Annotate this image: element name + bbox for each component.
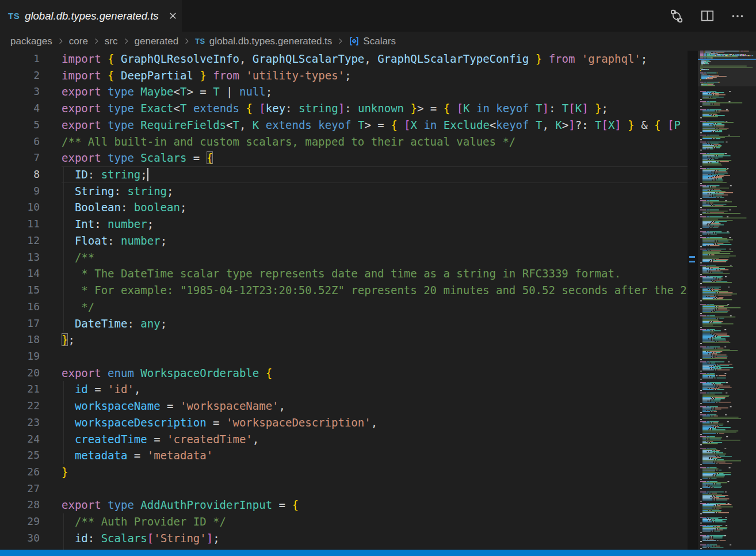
- line-number[interactable]: 10: [0, 199, 40, 216]
- code-line[interactable]: 1import { GraphQLResolveInfo, GraphQLSca…: [0, 51, 688, 67]
- code-line[interactable]: 30 id: Scalars['String'];: [0, 530, 688, 547]
- code-line[interactable]: 3export type Maybe<T> = T | null;: [0, 83, 688, 100]
- open-changes-icon[interactable]: [669, 9, 684, 24]
- line-number[interactable]: 15: [0, 282, 40, 299]
- line-number[interactable]: 28: [0, 497, 40, 513]
- code-line[interactable]: 8 ID: string;: [0, 166, 688, 183]
- code-line[interactable]: 16 */: [0, 299, 688, 315]
- code-line-content[interactable]: import { GraphQLResolveInfo, GraphQLScal…: [62, 51, 688, 67]
- line-number[interactable]: 11: [0, 216, 40, 233]
- code-editor[interactable]: 1import { GraphQLResolveInfo, GraphQLSca…: [0, 51, 688, 556]
- code-line-content[interactable]: String: string;: [62, 183, 688, 200]
- line-number[interactable]: 21: [0, 381, 40, 398]
- code-line-content[interactable]: export type Scalars = {: [62, 150, 688, 166]
- code-line-content[interactable]: }: [62, 464, 688, 481]
- line-number[interactable]: 2: [0, 67, 40, 84]
- code-line-content[interactable]: export type Maybe<T> = T | null;: [62, 83, 688, 100]
- code-line[interactable]: 12 Float: number;: [0, 233, 688, 249]
- line-number[interactable]: 14: [0, 265, 40, 282]
- code-line[interactable]: 9 String: string;: [0, 183, 688, 200]
- line-number[interactable]: 5: [0, 117, 40, 134]
- code-line-content[interactable]: Int: number;: [62, 216, 688, 233]
- code-line[interactable]: 11 Int: number;: [0, 216, 688, 233]
- code-line[interactable]: 25 metadata = 'metadata': [0, 447, 688, 464]
- code-line-content[interactable]: export type AddAuthProviderInput = {: [62, 497, 688, 513]
- code-line-content[interactable]: * The DateTime scalar type represents da…: [62, 265, 688, 282]
- code-line[interactable]: 29 /** Auth Provider ID */: [0, 513, 688, 530]
- line-number[interactable]: 24: [0, 431, 40, 448]
- code-line-content[interactable]: export type Exact<T extends { [key: stri…: [62, 100, 688, 117]
- code-line-content[interactable]: [62, 348, 688, 365]
- line-number[interactable]: 30: [0, 530, 40, 547]
- line-number[interactable]: 17: [0, 315, 40, 332]
- code-line[interactable]: 7export type Scalars = {: [0, 150, 688, 166]
- code-line[interactable]: 19: [0, 348, 688, 365]
- code-line[interactable]: 13 /**: [0, 249, 688, 266]
- code-line-content[interactable]: id: Scalars['String'];: [62, 530, 688, 547]
- code-line-content[interactable]: export enum WorkspaceOrderable {: [62, 365, 688, 382]
- line-number[interactable]: 8: [0, 166, 40, 183]
- line-number[interactable]: 4: [0, 100, 40, 117]
- code-line-content[interactable]: * For example: "1985-04-12T23:20:50.52Z"…: [62, 282, 688, 299]
- code-line-content[interactable]: [62, 481, 688, 497]
- breadcrumb-item-filename[interactable]: global.db.types.generated.ts: [209, 36, 333, 47]
- code-line[interactable]: 21 id = 'id',: [0, 381, 688, 398]
- code-line[interactable]: 27: [0, 481, 688, 497]
- breadcrumb-item-symbol-scalars[interactable]: Scalars: [363, 36, 396, 47]
- code-line-content[interactable]: DateTime: any;: [62, 315, 688, 332]
- tab-global-db-types[interactable]: TS global.db.types.generated.ts: [0, 0, 182, 32]
- code-line-content[interactable]: import { DeepPartial } from 'utility-typ…: [62, 67, 688, 84]
- code-line[interactable]: 22 workspaceName = 'workspaceName',: [0, 398, 688, 414]
- minimap-canvas[interactable]: [698, 51, 756, 550]
- code-line[interactable]: 20export enum WorkspaceOrderable {: [0, 365, 688, 382]
- code-line[interactable]: 18};: [0, 332, 688, 348]
- close-icon[interactable]: [168, 11, 178, 21]
- line-number[interactable]: 22: [0, 398, 40, 414]
- editor-scrollbar[interactable]: [688, 51, 698, 550]
- code-line[interactable]: 2import { DeepPartial } from 'utility-ty…: [0, 67, 688, 84]
- status-bar[interactable]: [0, 550, 756, 556]
- line-number[interactable]: 20: [0, 365, 40, 382]
- line-number[interactable]: 25: [0, 447, 40, 464]
- line-number[interactable]: 1: [0, 51, 40, 67]
- code-line-content[interactable]: };: [62, 332, 688, 348]
- line-number[interactable]: 9: [0, 183, 40, 200]
- line-number[interactable]: 3: [0, 83, 40, 100]
- breadcrumb-item-core[interactable]: core: [69, 36, 88, 47]
- code-line-content[interactable]: /** Auth Provider ID */: [62, 513, 688, 530]
- breadcrumb-item-packages[interactable]: packages: [10, 36, 52, 47]
- line-number[interactable]: 29: [0, 513, 40, 530]
- line-number[interactable]: 16: [0, 299, 40, 315]
- line-number[interactable]: 13: [0, 249, 40, 266]
- code-line[interactable]: 28export type AddAuthProviderInput = {: [0, 497, 688, 513]
- code-line-content[interactable]: createdTime = 'createdTime',: [62, 431, 688, 448]
- code-line-content[interactable]: */: [62, 299, 688, 315]
- code-line-content[interactable]: /**: [62, 249, 688, 266]
- code-line-content[interactable]: workspaceName = 'workspaceName',: [62, 398, 688, 414]
- more-actions-icon[interactable]: [731, 9, 744, 23]
- code-line[interactable]: 4export type Exact<T extends { [key: str…: [0, 100, 688, 117]
- minimap[interactable]: [698, 51, 756, 550]
- code-line-content[interactable]: workspaceDescription = 'workspaceDescrip…: [62, 414, 688, 431]
- code-line[interactable]: 17 DateTime: any;: [0, 315, 688, 332]
- breadcrumb-item-src[interactable]: src: [105, 36, 118, 47]
- code-line[interactable]: 14 * The DateTime scalar type represents…: [0, 265, 688, 282]
- code-line[interactable]: 5export type RequireFields<T, K extends …: [0, 117, 688, 134]
- code-line[interactable]: 26}: [0, 464, 688, 481]
- line-number[interactable]: 6: [0, 134, 40, 150]
- code-line[interactable]: 23 workspaceDescription = 'workspaceDesc…: [0, 414, 688, 431]
- line-number[interactable]: 26: [0, 464, 40, 481]
- line-number[interactable]: 19: [0, 348, 40, 365]
- line-number[interactable]: 7: [0, 150, 40, 166]
- code-line-content[interactable]: export type RequireFields<T, K extends k…: [62, 117, 688, 134]
- code-line-content[interactable]: Float: number;: [62, 233, 688, 249]
- code-line[interactable]: 6/** All built-in and custom scalars, ma…: [0, 134, 688, 150]
- code-line-content[interactable]: metadata = 'metadata': [62, 447, 688, 464]
- code-line-content[interactable]: /** All built-in and custom scalars, map…: [62, 134, 688, 150]
- line-number[interactable]: 18: [0, 332, 40, 348]
- code-line[interactable]: 10 Boolean: boolean;: [0, 199, 688, 216]
- code-line[interactable]: 24 createdTime = 'createdTime',: [0, 431, 688, 448]
- code-line-content[interactable]: ID: string;: [62, 166, 688, 183]
- code-line[interactable]: 15 * For example: "1985-04-12T23:20:50.5…: [0, 282, 688, 299]
- split-editor-icon[interactable]: [700, 9, 715, 23]
